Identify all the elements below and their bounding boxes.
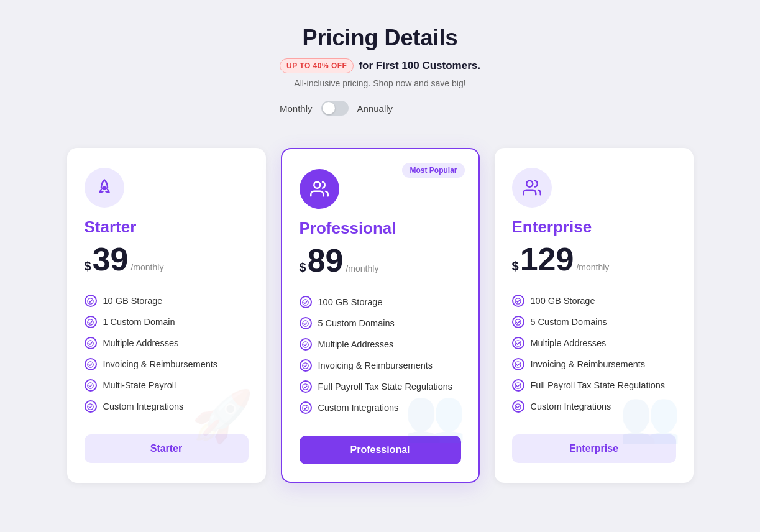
svg-point-5 xyxy=(88,382,93,388)
plan-icon-circle-enterprise xyxy=(512,168,552,208)
feature-item: Multiple Addresses xyxy=(300,334,461,355)
feature-item: 5 Custom Domains xyxy=(300,313,461,334)
price-period-enterprise: /monthly xyxy=(576,262,609,272)
svg-point-20 xyxy=(515,403,521,409)
feature-text: Multiple Addresses xyxy=(318,339,394,349)
feature-item: 1 Custom Domain xyxy=(85,311,249,332)
feature-text: Custom Integrations xyxy=(103,401,184,411)
billing-toggle[interactable] xyxy=(321,101,349,116)
feature-item: Full Payroll Tax State Regulations xyxy=(300,376,461,397)
features-list-starter: 10 GB Storage 1 Custom Domain Multiple xyxy=(85,290,249,417)
feature-text: Custom Integrations xyxy=(318,403,399,413)
price-dollar-professional: $ xyxy=(300,260,306,275)
plan-card-starter: Starter $ 39 /monthly 10 GB Storage xyxy=(67,148,266,483)
check-icon xyxy=(512,337,524,349)
check-icon xyxy=(512,295,524,307)
toggle-monthly-label: Monthly xyxy=(280,103,313,114)
feature-text: 1 Custom Domain xyxy=(103,317,175,327)
feature-item: 5 Custom Domains xyxy=(512,311,676,332)
check-icon xyxy=(85,295,97,307)
feature-item: 100 GB Storage xyxy=(512,290,676,311)
page-title: Pricing Details xyxy=(280,25,480,51)
svg-point-10 xyxy=(303,341,308,347)
feature-item: Custom Integrations xyxy=(300,397,461,418)
check-icon xyxy=(85,379,97,392)
svg-point-18 xyxy=(515,361,521,367)
check-icon xyxy=(512,358,524,370)
svg-point-14 xyxy=(526,181,533,187)
plan-button-enterprise[interactable]: Enterprise xyxy=(512,434,676,463)
promo-badge: UP TO 40% OFF xyxy=(280,58,354,73)
billing-toggle-row: Monthly Annually xyxy=(280,101,480,116)
check-icon xyxy=(85,316,97,328)
svg-point-1 xyxy=(88,298,93,303)
feature-text: 5 Custom Domains xyxy=(531,317,607,327)
svg-point-11 xyxy=(303,362,308,368)
feature-text: 100 GB Storage xyxy=(318,297,383,307)
price-amount-starter: 39 xyxy=(93,243,129,275)
svg-point-0 xyxy=(103,187,105,189)
feature-text: Multiple Addresses xyxy=(103,338,179,348)
price-amount-enterprise: 129 xyxy=(520,243,574,275)
check-icon xyxy=(85,400,97,413)
feature-item: Full Payroll Tax State Regulations xyxy=(512,375,676,396)
plan-price-enterprise: $ 129 /monthly xyxy=(512,243,676,275)
feature-text: Custom Integrations xyxy=(531,401,611,411)
feature-item: Invoicing & Reimbursements xyxy=(85,354,249,375)
plan-icon-circle-professional xyxy=(300,169,339,209)
plan-button-starter[interactable]: Starter xyxy=(85,434,249,463)
feature-text: Invoicing & Reimbursements xyxy=(103,359,218,369)
features-list-enterprise: 100 GB Storage 5 Custom Domains Multip xyxy=(512,290,676,417)
feature-text: 100 GB Storage xyxy=(531,296,595,306)
feature-item: Multiple Addresses xyxy=(512,332,676,354)
most-popular-badge: Most Popular xyxy=(402,163,464,178)
check-icon xyxy=(300,296,312,308)
plan-price-professional: $ 89 /monthly xyxy=(300,244,461,277)
check-icon xyxy=(512,316,524,328)
svg-point-17 xyxy=(515,340,521,346)
check-icon xyxy=(512,379,524,392)
price-dollar-enterprise: $ xyxy=(512,259,519,273)
feature-item: Custom Integrations xyxy=(85,396,249,417)
svg-point-9 xyxy=(303,320,308,326)
svg-point-12 xyxy=(303,383,308,389)
check-icon xyxy=(300,338,312,351)
check-icon xyxy=(300,359,312,372)
price-period-professional: /monthly xyxy=(346,264,378,273)
plan-icon-circle-starter xyxy=(85,168,124,208)
feature-item: Multiple Addresses xyxy=(85,332,249,354)
price-period-starter: /monthly xyxy=(130,262,163,272)
svg-point-7 xyxy=(314,182,320,188)
check-icon xyxy=(512,400,524,413)
feature-item: 100 GB Storage xyxy=(300,291,461,313)
promo-line: UP TO 40% OFF for First 100 Customers. xyxy=(280,58,480,73)
svg-point-19 xyxy=(515,382,521,388)
price-dollar-starter: $ xyxy=(85,259,91,273)
plan-price-starter: $ 39 /monthly xyxy=(85,243,249,275)
page-container: Pricing Details UP TO 40% OFF for First … xyxy=(39,25,722,483)
promo-sub: All-inclusive pricing. Shop now and save… xyxy=(280,78,480,88)
feature-item: Invoicing & Reimbursements xyxy=(300,355,461,376)
feature-item: Invoicing & Reimbursements xyxy=(512,354,676,375)
svg-point-2 xyxy=(88,319,93,324)
feature-text: Invoicing & Reimbursements xyxy=(531,359,646,369)
feature-item: Multi-State Payroll xyxy=(85,375,249,396)
svg-point-8 xyxy=(303,299,308,305)
svg-point-13 xyxy=(303,405,308,410)
pricing-cards-row: Starter $ 39 /monthly 10 GB Storage xyxy=(67,148,694,483)
plan-button-professional[interactable]: Professional xyxy=(300,436,461,464)
check-icon xyxy=(85,337,97,349)
promo-text: for First 100 Customers. xyxy=(359,60,480,72)
price-amount-professional: 89 xyxy=(308,244,344,277)
check-icon xyxy=(300,317,312,329)
toggle-annually-label: Annually xyxy=(357,103,393,114)
plan-card-enterprise: Enterprise $ 129 /monthly 100 GB Storage xyxy=(495,148,694,483)
header: Pricing Details UP TO 40% OFF for First … xyxy=(280,25,480,116)
svg-point-6 xyxy=(88,403,93,409)
feature-text: 5 Custom Domains xyxy=(318,318,395,328)
check-icon xyxy=(300,380,312,393)
feature-text: Multi-State Payroll xyxy=(103,380,176,390)
svg-point-3 xyxy=(88,340,93,346)
plan-name-starter: Starter xyxy=(85,218,249,237)
plan-name-professional: Professional xyxy=(300,219,461,238)
